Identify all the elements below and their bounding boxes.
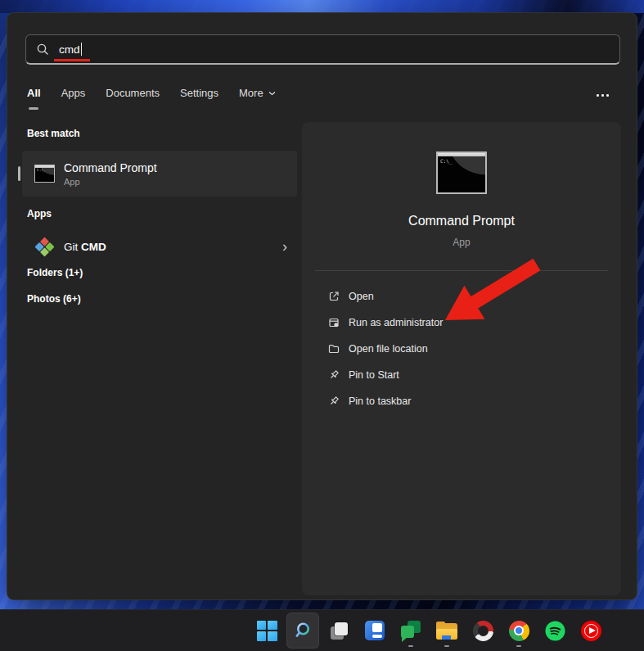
command-prompt-icon: C:\_ xyxy=(34,165,55,183)
action-pin-to-start[interactable]: Pin to Start xyxy=(302,362,621,388)
result-command-prompt[interactable]: C:\_ Command Prompt App xyxy=(22,151,297,197)
spotify-button[interactable] xyxy=(538,613,571,649)
action-open-file-location[interactable]: Open file location xyxy=(302,336,621,362)
widgets-button[interactable] xyxy=(358,613,391,649)
open-icon xyxy=(327,290,340,303)
youtube-music-button[interactable] xyxy=(574,613,607,649)
tab-apps[interactable]: Apps xyxy=(61,87,86,99)
chrome-icon xyxy=(509,621,529,641)
search-taskbar-icon xyxy=(292,620,313,641)
tab-settings[interactable]: Settings xyxy=(180,87,218,99)
best-match-label: Best match xyxy=(27,128,80,139)
task-view-button[interactable] xyxy=(322,613,355,649)
ring-app-button[interactable] xyxy=(466,613,499,649)
annotation-red-underline xyxy=(54,59,90,61)
windows-logo-icon xyxy=(257,621,277,641)
result-subtitle: App xyxy=(64,177,157,187)
pin-icon xyxy=(327,395,340,408)
text-caret xyxy=(81,43,83,56)
taskbar-search-button[interactable] xyxy=(286,613,319,649)
detail-title: Command Prompt xyxy=(302,214,621,228)
action-list: Open Run as administrator xyxy=(302,283,621,414)
action-run-as-administrator[interactable]: Run as administrator xyxy=(302,310,621,336)
active-tab-indicator xyxy=(29,107,38,110)
result-git-cmd[interactable]: Git CMD › xyxy=(22,228,297,264)
search-flyout-panel: cmd All Apps Documents Settings More Bes… xyxy=(7,12,637,600)
spotify-icon xyxy=(545,621,565,641)
git-cmd-icon xyxy=(34,237,54,256)
search-input[interactable]: cmd xyxy=(25,34,620,65)
tab-documents[interactable]: Documents xyxy=(106,87,160,99)
chrome-button[interactable] xyxy=(502,613,535,649)
divider xyxy=(315,270,608,271)
result-title: Command Prompt xyxy=(64,161,157,174)
file-explorer-icon xyxy=(436,622,457,640)
task-view-icon xyxy=(329,621,349,641)
ring-app-icon xyxy=(473,621,493,641)
search-icon xyxy=(36,43,49,56)
youtube-music-icon xyxy=(581,621,601,641)
detail-pane: C:\_ Command Prompt App Open xyxy=(302,122,621,595)
widgets-icon xyxy=(365,621,385,640)
photos-group-label[interactable]: Photos (6+) xyxy=(27,293,81,305)
chevron-right-icon[interactable]: › xyxy=(282,239,287,254)
taskbar xyxy=(0,609,644,651)
action-pin-to-taskbar[interactable]: Pin to taskbar xyxy=(302,388,621,414)
desktop: cmd All Apps Documents Settings More Bes… xyxy=(0,0,644,651)
folder-icon xyxy=(327,342,340,355)
command-prompt-icon-large: C:\_ xyxy=(436,151,487,194)
running-indicator xyxy=(516,645,521,648)
selection-accent-bar xyxy=(18,166,20,181)
tab-more[interactable]: More xyxy=(239,87,276,99)
chevron-down-icon xyxy=(268,91,276,96)
apps-section-label: Apps xyxy=(27,208,52,219)
pin-icon xyxy=(327,368,340,382)
start-button[interactable] xyxy=(250,613,283,649)
chat-app-button[interactable] xyxy=(394,613,427,649)
run-as-admin-icon xyxy=(327,316,340,329)
search-filter-tabs: All Apps Documents Settings More xyxy=(27,87,276,99)
running-indicator xyxy=(408,645,413,648)
running-indicator xyxy=(444,645,449,648)
taskbar-items xyxy=(250,613,607,649)
folders-group-label[interactable]: Folders (1+) xyxy=(27,267,83,278)
more-options-icon[interactable] xyxy=(591,88,614,102)
file-explorer-button[interactable] xyxy=(430,613,463,649)
chat-icon xyxy=(401,621,421,640)
detail-subtitle: App xyxy=(302,237,621,248)
action-open[interactable]: Open xyxy=(302,283,621,310)
search-query-text: cmd xyxy=(59,43,80,56)
tab-all[interactable]: All xyxy=(27,87,41,99)
